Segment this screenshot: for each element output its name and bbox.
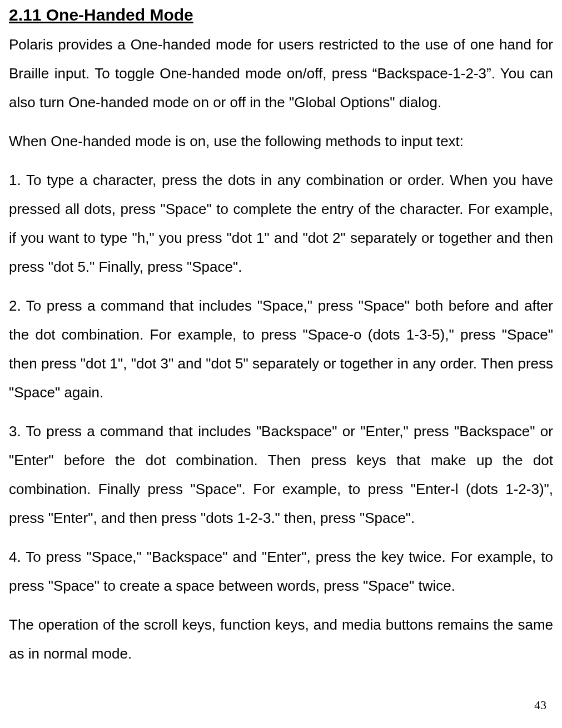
paragraph-step-2: 2. To press a command that includes "Spa… <box>9 291 553 407</box>
paragraph-step-3: 3. To press a command that includes "Bac… <box>9 417 553 532</box>
section-heading: 2.11 One-Handed Mode <box>9 6 553 24</box>
paragraph-step-4: 4. To press "Space," "Backspace" and "En… <box>9 542 553 600</box>
paragraph-methods-intro: When One-handed mode is on, use the foll… <box>9 127 553 156</box>
paragraph-intro: Polaris provides a One-handed mode for u… <box>9 30 553 117</box>
paragraph-step-1: 1. To type a character, press the dots i… <box>9 166 553 281</box>
paragraph-outro: The operation of the scroll keys, functi… <box>9 610 553 668</box>
page-number: 43 <box>534 698 546 712</box>
